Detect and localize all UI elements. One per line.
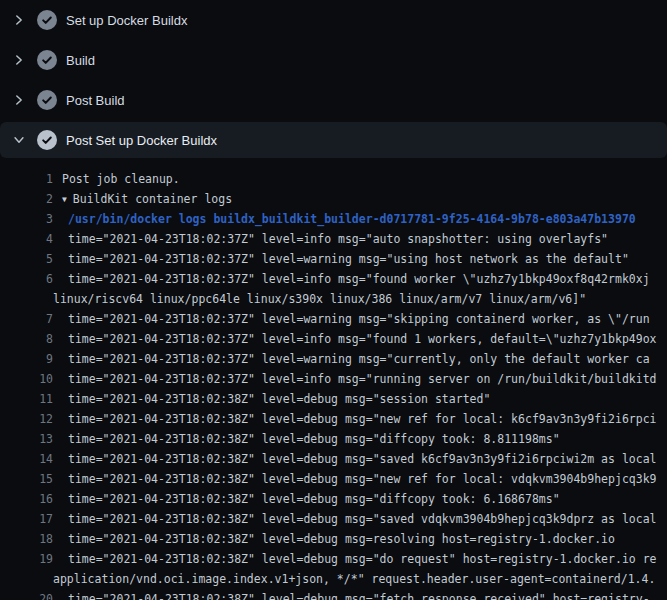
log-line-text: time="2021-04-23T18:02:38Z" level=debug … xyxy=(53,469,667,489)
log-line-number[interactable]: 3 xyxy=(0,209,53,229)
log-line-number[interactable]: 9 xyxy=(0,349,53,369)
log-line-number[interactable]: 16 xyxy=(0,489,53,509)
log-line: 6 time="2021-04-23T18:02:37Z" level=info… xyxy=(0,269,667,289)
log-line-text: Post job cleanup. xyxy=(53,169,667,189)
log-line: 20 time="2021-04-23T18:02:38Z" level=deb… xyxy=(0,589,667,600)
log-line-text: time="2021-04-23T18:02:38Z" level=debug … xyxy=(53,549,667,569)
step-row-set-up-docker-buildx[interactable]: Set up Docker Buildx xyxy=(0,0,667,40)
log-line-text: time="2021-04-23T18:02:38Z" level=debug … xyxy=(53,509,667,529)
log-line-number[interactable]: 12 xyxy=(0,409,53,429)
log-line-number[interactable]: 2 xyxy=(0,189,53,209)
log-line-text: /usr/bin/docker logs buildx_buildkit_bui… xyxy=(53,209,667,229)
log-line-text: application/vnd.oci.image.index.v1+json,… xyxy=(53,569,667,589)
log-line: 13 time="2021-04-23T18:02:38Z" level=deb… xyxy=(0,429,667,449)
log-line: 4 time="2021-04-23T18:02:37Z" level=info… xyxy=(0,229,667,249)
check-circle-icon xyxy=(37,10,57,30)
log-line-number[interactable]: 10 xyxy=(0,369,53,389)
log-command-line: 3 /usr/bin/docker logs buildx_buildkit_b… xyxy=(0,209,667,229)
chevron-right-icon xyxy=(12,93,26,107)
check-circle-icon xyxy=(37,50,57,70)
chevron-right-icon xyxy=(12,13,26,27)
step-title: Post Set up Docker Buildx xyxy=(66,133,217,148)
log-line-number[interactable]: 19 xyxy=(0,549,53,569)
log-group-line[interactable]: 2 ▼BuildKit container logs xyxy=(0,189,667,209)
log-line: linux/riscv64 linux/ppc64le linux/s390x … xyxy=(0,289,667,309)
log-line-text: time="2021-04-23T18:02:38Z" level=debug … xyxy=(53,409,667,429)
log-line: 17 time="2021-04-23T18:02:38Z" level=deb… xyxy=(0,509,667,529)
workflow-log-panel: Set up Docker Buildx Build P xyxy=(0,0,667,600)
log-line: 12 time="2021-04-23T18:02:38Z" level=deb… xyxy=(0,409,667,429)
step-row-build[interactable]: Build xyxy=(0,40,667,80)
log-line: 8 time="2021-04-23T18:02:37Z" level=info… xyxy=(0,329,667,349)
log-line: 14 time="2021-04-23T18:02:38Z" level=deb… xyxy=(0,449,667,469)
step-title: Set up Docker Buildx xyxy=(66,13,187,28)
log-viewer: 1 Post job cleanup. 2 ▼BuildKit containe… xyxy=(0,160,667,600)
log-line-number xyxy=(0,569,53,589)
log-line-number xyxy=(0,289,53,309)
log-line-text: ▼BuildKit container logs xyxy=(53,189,667,209)
log-line: 9 time="2021-04-23T18:02:37Z" level=warn… xyxy=(0,349,667,369)
log-line: 7 time="2021-04-23T18:02:37Z" level=warn… xyxy=(0,309,667,329)
check-circle-icon xyxy=(37,90,57,110)
log-line-number[interactable]: 15 xyxy=(0,469,53,489)
log-line-number[interactable]: 11 xyxy=(0,389,53,409)
step-title: Build xyxy=(66,53,95,68)
log-line: 10 time="2021-04-23T18:02:37Z" level=inf… xyxy=(0,369,667,389)
steps-list: Set up Docker Buildx Build P xyxy=(0,0,667,158)
log-line-number[interactable]: 8 xyxy=(0,329,53,349)
log-line-number[interactable]: 4 xyxy=(0,229,53,249)
log-line-text: time="2021-04-23T18:02:38Z" level=debug … xyxy=(53,389,667,409)
chevron-down-icon xyxy=(12,133,26,147)
log-line-number[interactable]: 6 xyxy=(0,269,53,289)
log-line-text: time="2021-04-23T18:02:37Z" level=warnin… xyxy=(53,349,667,369)
log-line: 15 time="2021-04-23T18:02:38Z" level=deb… xyxy=(0,469,667,489)
log-line: 19 time="2021-04-23T18:02:38Z" level=deb… xyxy=(0,549,667,569)
log-line-text: time="2021-04-23T18:02:37Z" level=info m… xyxy=(53,269,667,289)
log-line-number[interactable]: 1 xyxy=(0,169,53,189)
log-line-text: time="2021-04-23T18:02:38Z" level=debug … xyxy=(53,529,667,549)
chevron-right-icon xyxy=(12,53,26,67)
log-line-text: time="2021-04-23T18:02:37Z" level=warnin… xyxy=(53,249,667,269)
log-line: 11 time="2021-04-23T18:02:38Z" level=deb… xyxy=(0,389,667,409)
log-line-number[interactable]: 20 xyxy=(0,589,53,600)
log-line-text: time="2021-04-23T18:02:37Z" level=info m… xyxy=(53,229,667,249)
triangle-down-icon: ▼ xyxy=(62,190,67,209)
log-line-text: linux/riscv64 linux/ppc64le linux/s390x … xyxy=(53,289,667,309)
step-row-post-build[interactable]: Post Build xyxy=(0,80,667,120)
log-line-text: time="2021-04-23T18:02:37Z" level=info m… xyxy=(53,369,667,389)
log-line-text: time="2021-04-23T18:02:38Z" level=debug … xyxy=(53,489,667,509)
log-line-number[interactable]: 17 xyxy=(0,509,53,529)
log-line-text: time="2021-04-23T18:02:38Z" level=debug … xyxy=(53,429,667,449)
log-line: application/vnd.oci.image.index.v1+json,… xyxy=(0,569,667,589)
log-line-number[interactable]: 7 xyxy=(0,309,53,329)
log-line: 1 Post job cleanup. xyxy=(0,169,667,189)
log-line: 18 time="2021-04-23T18:02:38Z" level=deb… xyxy=(0,529,667,549)
step-title: Post Build xyxy=(66,93,125,108)
log-line-text: time="2021-04-23T18:02:38Z" level=debug … xyxy=(53,589,667,600)
log-line-text: time="2021-04-23T18:02:37Z" level=warnin… xyxy=(53,309,667,329)
log-line-number[interactable]: 18 xyxy=(0,529,53,549)
log-line-number[interactable]: 13 xyxy=(0,429,53,449)
log-line: 5 time="2021-04-23T18:02:37Z" level=warn… xyxy=(0,249,667,269)
log-line-number[interactable]: 5 xyxy=(0,249,53,269)
step-row-post-set-up-docker-buildx[interactable]: Post Set up Docker Buildx xyxy=(0,122,667,158)
log-line-text: time="2021-04-23T18:02:37Z" level=info m… xyxy=(53,329,667,349)
check-circle-icon xyxy=(37,130,57,150)
log-line-text: time="2021-04-23T18:02:38Z" level=debug … xyxy=(53,449,667,469)
log-line-number[interactable]: 14 xyxy=(0,449,53,469)
log-line: 16 time="2021-04-23T18:02:38Z" level=deb… xyxy=(0,489,667,509)
